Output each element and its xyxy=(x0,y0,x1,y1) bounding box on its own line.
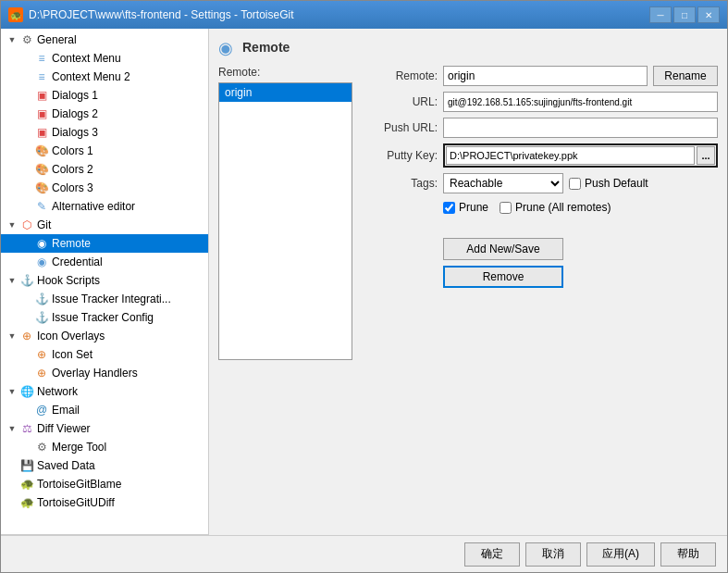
remote-listbox-item-origin[interactable]: origin xyxy=(219,83,352,102)
spacer xyxy=(19,292,34,306)
remote-icon: ◉ xyxy=(34,236,49,251)
prune-all-checkbox[interactable] xyxy=(500,202,512,214)
git-icon: ⬡ xyxy=(19,218,34,232)
rename-button[interactable]: Rename xyxy=(653,66,718,86)
prune-checkbox[interactable] xyxy=(443,202,455,214)
sidebar-item-context-menu-2[interactable]: ≡ Context Menu 2 xyxy=(1,68,208,86)
remote-layout: Remote: origin Remote: Rename UR xyxy=(218,66,718,526)
diff-viewer-icon: ⚖ xyxy=(19,421,34,436)
url-field-input[interactable] xyxy=(443,92,718,112)
putty-key-row: Putty Key: ... xyxy=(364,143,718,168)
sidebar-item-network[interactable]: ▼ 🌐 Network xyxy=(1,382,208,401)
confirm-button[interactable]: 确定 xyxy=(464,542,520,567)
sidebar-item-overlay-handlers[interactable]: ⊕ Overlay Handlers xyxy=(1,364,208,382)
panel-header-icon: ◉ xyxy=(218,38,237,56)
issue-tracker-int-icon: ⚓ xyxy=(34,292,49,306)
sidebar-item-dialogs-1[interactable]: ▣ Dialogs 1 xyxy=(1,86,208,105)
spacer2 xyxy=(5,458,19,473)
spacer xyxy=(19,403,34,417)
sidebar-item-colors-1[interactable]: 🎨 Colors 1 xyxy=(1,142,208,160)
putty-key-container: ... xyxy=(443,143,718,168)
push-default-checkbox[interactable] xyxy=(569,178,581,190)
sidebar-item-remote[interactable]: ◉ Remote xyxy=(1,234,208,253)
window-title: D:\PROJECT\www\fts-frontend - Settings -… xyxy=(29,8,294,21)
spacer3 xyxy=(5,477,19,492)
remote-list-section: Remote: origin xyxy=(218,66,352,526)
sidebar-item-tortoisegit-udiff[interactable]: 🐢 TortoiseGitUDiff xyxy=(1,493,208,512)
spacer xyxy=(19,199,34,214)
spacer xyxy=(19,106,34,121)
sidebar-item-dialogs-3[interactable]: ▣ Dialogs 3 xyxy=(1,123,208,142)
right-panel: ◉ Remote Remote: origin Remote: xyxy=(209,29,727,535)
context-menu2-icon: ≡ xyxy=(34,69,49,84)
sidebar-item-diff-viewer[interactable]: ▼ ⚖ Diff Viewer xyxy=(1,419,208,438)
title-bar: 🐢 D:\PROJECT\www\fts-frontend - Settings… xyxy=(1,1,727,29)
tortoisegit-blame-icon: 🐢 xyxy=(19,477,34,492)
url-field-label: URL: xyxy=(364,95,438,108)
sidebar-tree: ▼ ⚙ General ≡ Context Menu ≡ Context Men… xyxy=(1,29,208,514)
sidebar-item-dialogs-2[interactable]: ▣ Dialogs 2 xyxy=(1,105,208,123)
sidebar-label-colors-1: Colors 1 xyxy=(52,144,204,157)
browse-button[interactable]: ... xyxy=(697,146,715,165)
sidebar-label-context-menu: Context Menu xyxy=(52,52,204,65)
sidebar-item-colors-3[interactable]: 🎨 Colors 3 xyxy=(1,179,208,197)
prune-row: Prune Prune (All remotes) xyxy=(364,201,718,214)
sidebar-item-context-menu[interactable]: ≡ Context Menu xyxy=(1,49,208,68)
close-button[interactable]: ✕ xyxy=(697,6,720,23)
add-new-save-button[interactable]: Add New/Save xyxy=(443,238,563,260)
prune-all-label: Prune (All remotes) xyxy=(515,201,611,214)
putty-key-input[interactable] xyxy=(446,146,695,165)
panel-title: Remote xyxy=(242,40,290,55)
tags-select[interactable]: Reachable All None xyxy=(443,173,563,193)
remote-listbox[interactable]: origin xyxy=(218,82,352,360)
sidebar-item-general[interactable]: ▼ ⚙ General xyxy=(1,31,208,49)
remote-field-input[interactable] xyxy=(443,66,648,86)
push-default-label: Push Default xyxy=(585,177,648,190)
icon-set-icon: ⊕ xyxy=(34,347,49,362)
main-window: 🐢 D:\PROJECT\www\fts-frontend - Settings… xyxy=(0,0,728,573)
sidebar-label-issue-tracker-cfg: Issue Tracker Config xyxy=(52,311,204,324)
help-button[interactable]: 帮助 xyxy=(660,542,716,567)
expand-network-icon: ▼ xyxy=(5,384,19,399)
push-url-field-label: Push URL: xyxy=(364,121,438,134)
sidebar-item-hook-scripts[interactable]: ▼ ⚓ Hook Scripts xyxy=(1,271,208,290)
prune-all-checkbox-label[interactable]: Prune (All remotes) xyxy=(500,201,611,214)
prune-checkbox-label[interactable]: Prune xyxy=(443,201,488,214)
spacer4 xyxy=(5,495,19,510)
expand-overlays-icon: ▼ xyxy=(5,329,19,343)
sidebar-item-icon-overlays[interactable]: ▼ ⊕ Icon Overlays xyxy=(1,327,208,345)
sidebar-label-hook-scripts: Hook Scripts xyxy=(37,274,204,287)
spacer xyxy=(19,347,34,362)
push-default-checkbox-label[interactable]: Push Default xyxy=(569,177,648,190)
spacer xyxy=(19,162,34,177)
cancel-button[interactable]: 取消 xyxy=(525,542,581,567)
sidebar-item-tortoisegit-blame[interactable]: 🐢 TortoiseGitBlame xyxy=(1,475,208,493)
sidebar-item-merge-tool[interactable]: ⚙ Merge Tool xyxy=(1,438,208,456)
alt-editor-icon: ✎ xyxy=(34,199,49,214)
sidebar-item-email[interactable]: @ Email xyxy=(1,401,208,419)
tortoisegit-udiff-icon: 🐢 xyxy=(19,495,34,510)
push-url-field-row: Push URL: xyxy=(364,118,718,138)
sidebar-label-merge-tool: Merge Tool xyxy=(52,441,204,454)
sidebar-item-icon-set[interactable]: ⊕ Icon Set xyxy=(1,345,208,364)
sidebar-item-issue-tracker-cfg[interactable]: ⚓ Issue Tracker Config xyxy=(1,308,208,327)
remote-field-row: Remote: Rename xyxy=(364,66,718,86)
sidebar-item-saved-data[interactable]: 💾 Saved Data xyxy=(1,456,208,475)
push-url-field-input[interactable] xyxy=(443,118,718,138)
sidebar-label-general: General xyxy=(37,33,204,46)
remote-list-label: Remote: xyxy=(218,66,352,79)
spacer xyxy=(19,143,34,158)
sidebar-label-dialogs-1: Dialogs 1 xyxy=(52,89,204,102)
sidebar-item-colors-2[interactable]: 🎨 Colors 2 xyxy=(1,160,208,179)
title-bar-left: 🐢 D:\PROJECT\www\fts-frontend - Settings… xyxy=(8,7,294,22)
sidebar-item-git[interactable]: ▼ ⬡ Git xyxy=(1,216,208,234)
colors3-icon: 🎨 xyxy=(34,181,49,195)
remove-button[interactable]: Remove xyxy=(443,266,563,288)
sidebar-item-credential[interactable]: ◉ Credential xyxy=(1,253,208,271)
minimize-button[interactable]: ─ xyxy=(649,6,672,23)
apply-button[interactable]: 应用(A) xyxy=(586,542,655,567)
maximize-button[interactable]: □ xyxy=(673,6,696,23)
sidebar-item-alt-editor[interactable]: ✎ Alternative editor xyxy=(1,197,208,216)
sidebar-item-issue-tracker-int[interactable]: ⚓ Issue Tracker Integrati... xyxy=(1,290,208,308)
sidebar-label-diff-viewer: Diff Viewer xyxy=(37,422,204,435)
